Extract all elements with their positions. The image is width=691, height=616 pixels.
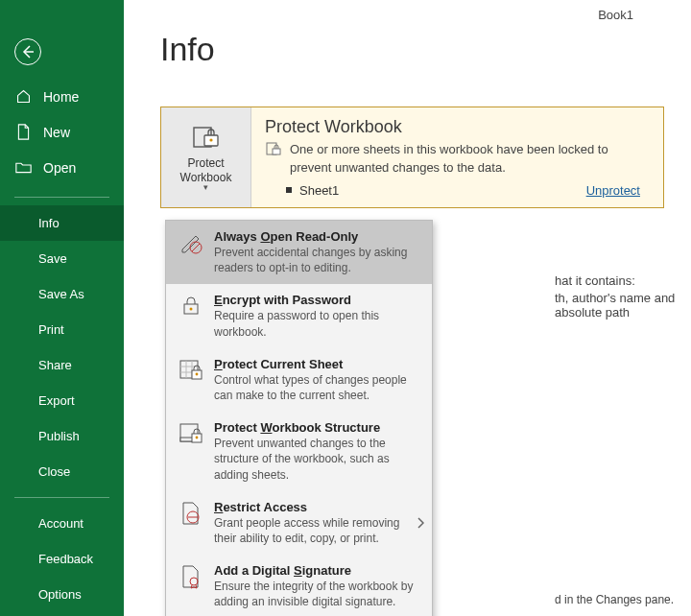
sidebar-label: Share	[38, 358, 72, 372]
sidebar-label: Publish	[38, 429, 80, 443]
protect-workbook-panel: Protect Workbook ▾ Protect Workbook One …	[160, 107, 664, 208]
menu-item-desc: Require a password to open this workbook…	[214, 308, 422, 339]
svg-point-2	[209, 139, 212, 142]
svg-rect-4	[273, 149, 280, 154]
sidebar-item-export[interactable]: Export	[0, 383, 124, 418]
sidebar-item-new[interactable]: New	[0, 114, 124, 150]
protect-workbook-menu: Always Open Read-Only Prevent accidental…	[165, 220, 433, 616]
sidebar-item-account[interactable]: Account	[0, 506, 124, 541]
restrict-access-icon	[178, 500, 204, 527]
back-arrow-icon	[20, 44, 36, 59]
sidebar-label: Feedback	[38, 552, 93, 566]
menu-protect-workbook-structure[interactable]: Protect Workbook Structure Prevent unwan…	[166, 412, 432, 491]
back-button[interactable]	[14, 38, 41, 65]
menu-item-desc: Ensure the integrity of the workbook by …	[214, 579, 422, 609]
home-icon	[14, 88, 32, 105]
chevron-right-icon	[417, 517, 424, 529]
divider	[14, 497, 109, 498]
sidebar-item-save-as[interactable]: Save As	[0, 276, 124, 312]
menu-item-desc: Grant people access while removing their…	[214, 515, 422, 546]
sidebar-item-close[interactable]: Close	[0, 454, 124, 489]
menu-item-desc: Control what types of changes people can…	[214, 372, 422, 403]
sidebar-item-feedback[interactable]: Feedback	[0, 541, 124, 577]
menu-always-open-readonly[interactable]: Always Open Read-Only Prevent accidental…	[166, 221, 432, 284]
open-folder-icon	[14, 160, 32, 175]
sidebar-item-open[interactable]: Open	[0, 150, 124, 185]
svg-point-7	[190, 308, 193, 311]
protect-workbook-label: Protect Workbook	[163, 156, 249, 184]
page-title: Info	[160, 31, 691, 68]
protect-workbook-button[interactable]: Protect Workbook ▾	[161, 107, 251, 207]
svg-point-10	[196, 372, 199, 375]
backstage-sidebar: Home New Open Info Save Save As Print	[0, 0, 124, 616]
menu-restrict-access[interactable]: Restrict Access Grant people access whil…	[166, 491, 432, 555]
workbook-lock-icon	[178, 420, 204, 447]
sidebar-label: Close	[38, 464, 70, 479]
menu-item-desc: Prevent unwanted changes to the structur…	[214, 436, 422, 483]
peek-text: d in the Changes pane.	[555, 593, 674, 606]
unprotect-link[interactable]: Unprotect	[586, 183, 640, 198]
locked-sheet-name: Sheet1	[299, 183, 586, 198]
sidebar-label: Save As	[38, 287, 84, 301]
sidebar-item-options[interactable]: Options	[0, 577, 124, 612]
menu-protect-current-sheet[interactable]: Protect Current Sheet Control what types…	[166, 348, 432, 412]
protect-message: One or more sheets in this workbook have…	[290, 141, 650, 178]
new-file-icon	[14, 124, 32, 140]
sheet-lock-icon	[265, 141, 282, 178]
sidebar-item-print[interactable]: Print	[0, 312, 124, 347]
svg-point-16	[190, 578, 198, 585]
document-title: Book1	[598, 8, 633, 22]
menu-item-title: Protect Current Sheet	[214, 357, 422, 371]
sidebar-label: Info	[38, 216, 60, 230]
menu-item-title: Encrypt with Password	[214, 293, 422, 307]
menu-item-title: Always Open Read-Only	[214, 229, 422, 244]
signature-ribbon-icon	[178, 563, 204, 590]
peek-text: th, author's name and absolute path	[555, 291, 691, 320]
menu-item-title: Add a Digital Signature	[214, 563, 422, 578]
sidebar-label: Open	[43, 160, 76, 176]
sheet-lock-icon	[178, 357, 204, 384]
lock-key-icon	[178, 293, 204, 320]
protect-heading: Protect Workbook	[265, 117, 650, 137]
sidebar-label: Export	[38, 393, 75, 408]
svg-point-14	[196, 437, 199, 439]
divider	[14, 197, 109, 198]
chevron-down-icon: ▾	[203, 182, 208, 192]
sidebar-label: Options	[38, 587, 82, 602]
sidebar-label: Home	[43, 89, 79, 105]
sidebar-item-save[interactable]: Save	[0, 241, 124, 276]
sidebar-item-info[interactable]: Info	[0, 205, 124, 241]
menu-item-title: Protect Workbook Structure	[214, 420, 422, 435]
sidebar-label: Print	[38, 322, 64, 337]
menu-item-title: Restrict Access	[214, 500, 422, 514]
sidebar-label: Account	[38, 516, 83, 531]
sidebar-label: Save	[38, 251, 67, 266]
menu-encrypt-password[interactable]: Encrypt with Password Require a password…	[166, 284, 432, 347]
bullet-icon	[286, 187, 292, 193]
sidebar-item-home[interactable]: Home	[0, 79, 124, 114]
pencil-forbidden-icon	[178, 229, 204, 256]
menu-item-desc: Prevent accidental changes by asking rea…	[214, 245, 422, 275]
menu-add-digital-signature[interactable]: Add a Digital Signature Ensure the integ…	[166, 555, 432, 616]
sidebar-label: New	[43, 125, 70, 140]
peek-text: hat it contains:	[555, 273, 635, 288]
sidebar-item-publish[interactable]: Publish	[0, 418, 124, 454]
lock-shield-icon	[191, 122, 222, 151]
sidebar-item-share[interactable]: Share	[0, 347, 124, 383]
